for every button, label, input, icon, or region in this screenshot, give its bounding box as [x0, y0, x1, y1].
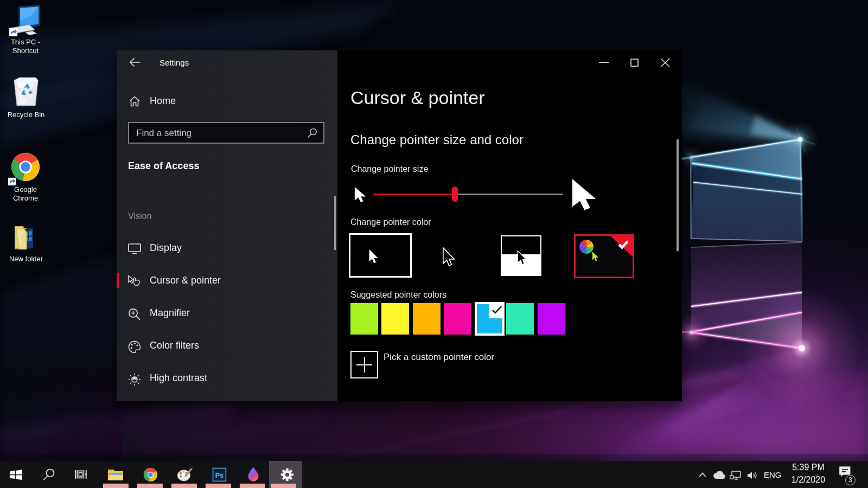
svg-text:Ps: Ps [215, 471, 224, 479]
